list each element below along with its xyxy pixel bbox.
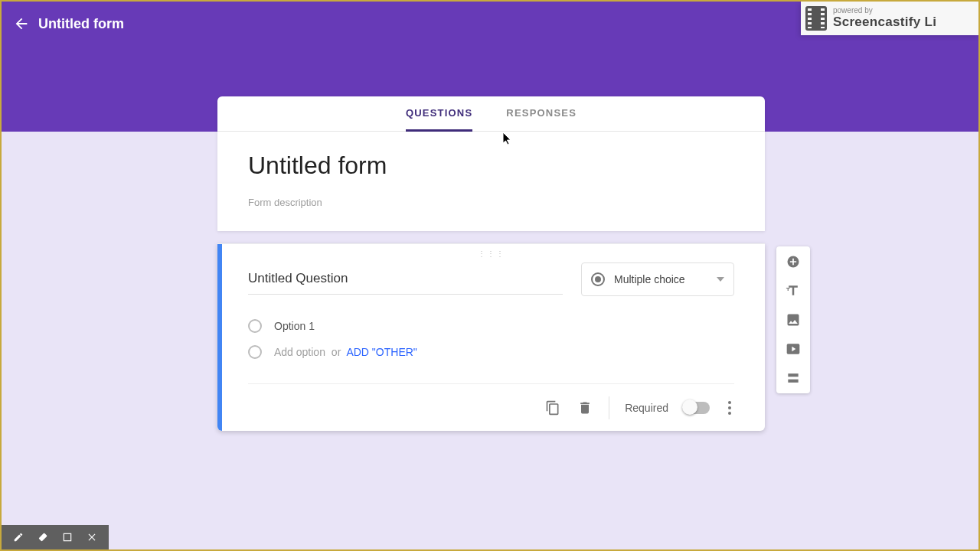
more-icon[interactable] — [725, 398, 734, 418]
question-type-dropdown[interactable]: Multiple choice — [581, 262, 734, 296]
question-title-input[interactable]: Untitled Question — [248, 265, 563, 295]
question-type-label: Multiple choice — [614, 273, 707, 285]
radio-icon — [591, 272, 605, 286]
square-icon[interactable] — [61, 531, 74, 543]
tab-questions[interactable]: QUESTIONS — [406, 96, 472, 132]
svg-rect-6 — [788, 380, 798, 383]
tab-responses[interactable]: RESPONSES — [506, 96, 577, 132]
svg-rect-7 — [64, 533, 70, 540]
delete-icon[interactable] — [577, 399, 593, 416]
recorder-toolbar — [2, 525, 109, 549]
radio-outline-icon — [248, 345, 262, 359]
radio-outline-icon — [248, 319, 262, 333]
overlay-brand: Screencastify Li — [833, 15, 936, 29]
required-label: Required — [625, 402, 668, 414]
add-video-icon[interactable] — [786, 341, 801, 357]
or-text: or — [332, 346, 341, 358]
add-option-link[interactable]: Add option — [274, 346, 325, 358]
chevron-down-icon — [717, 277, 724, 282]
close-icon[interactable] — [86, 531, 98, 543]
add-title-icon[interactable] — [786, 283, 801, 298]
form-header-card: QUESTIONS RESPONSES Untitled form Form d… — [217, 96, 765, 231]
drag-handle-icon[interactable]: ⋮⋮⋮ — [217, 244, 765, 258]
form-title-input[interactable]: Untitled form — [248, 152, 734, 180]
add-section-icon[interactable] — [786, 370, 801, 386]
add-other-link[interactable]: ADD "OTHER" — [346, 346, 416, 358]
required-toggle[interactable] — [684, 402, 710, 414]
svg-rect-5 — [788, 373, 798, 377]
option-row[interactable]: Option 1 — [248, 313, 734, 339]
back-arrow-icon[interactable] — [12, 15, 31, 33]
overlay-powered-by: powered by — [833, 7, 936, 15]
question-card: ⋮⋮⋮ Untitled Question Multiple choice Op… — [217, 243, 765, 431]
pencil-icon[interactable] — [12, 531, 24, 543]
divider — [609, 396, 609, 419]
option-label[interactable]: Option 1 — [274, 320, 315, 332]
film-strip-icon — [805, 6, 827, 31]
side-toolbar — [776, 246, 810, 393]
add-image-icon[interactable] — [786, 312, 801, 328]
page-title[interactable]: Untitled form — [38, 16, 124, 32]
add-question-icon[interactable] — [786, 254, 801, 269]
card-accent — [217, 244, 222, 431]
form-description-input[interactable]: Form description — [248, 197, 734, 208]
screencastify-overlay: powered by Screencastify Li — [801, 2, 978, 35]
eraser-icon[interactable] — [37, 531, 49, 543]
duplicate-icon[interactable] — [544, 399, 561, 416]
add-option-row: Add option or ADD "OTHER" — [248, 339, 734, 365]
